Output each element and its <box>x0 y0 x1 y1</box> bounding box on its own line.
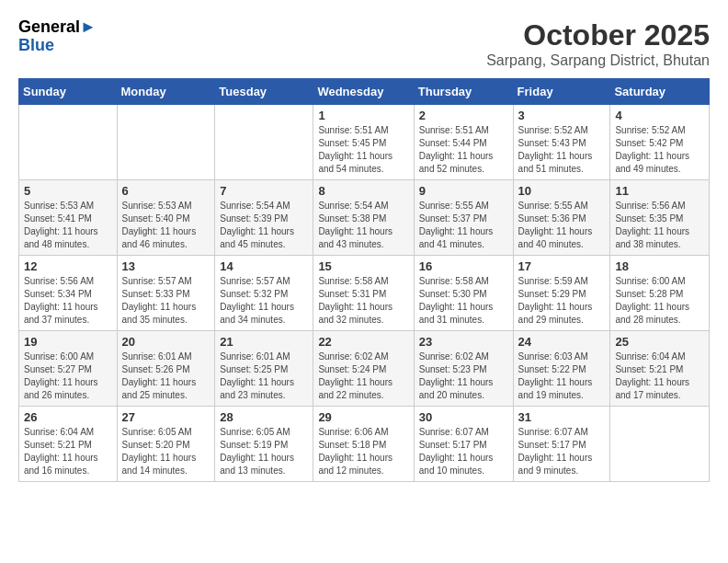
page-title: October 2025 <box>486 18 710 52</box>
logo-icon-shape: ► <box>80 17 97 36</box>
day-number: 26 <box>24 410 112 424</box>
day-number: 24 <box>518 335 606 349</box>
calendar-cell: 28 Sunrise: 6:05 AM Sunset: 5:19 PM Dayl… <box>215 407 313 482</box>
day-info: Sunrise: 6:02 AM Sunset: 5:24 PM Dayligh… <box>318 350 408 402</box>
page-header: General► Blue October 2025 Sarpang, Sarp… <box>18 18 710 69</box>
calendar-cell: 27 Sunrise: 6:05 AM Sunset: 5:20 PM Dayl… <box>117 407 215 482</box>
calendar-cell: 21 Sunrise: 6:01 AM Sunset: 5:25 PM Dayl… <box>215 331 313 407</box>
day-number: 30 <box>419 410 508 424</box>
day-number: 28 <box>220 410 308 424</box>
day-info: Sunrise: 5:55 AM Sunset: 5:36 PM Dayligh… <box>518 200 606 251</box>
day-info: Sunrise: 6:07 AM Sunset: 5:17 PM Dayligh… <box>419 426 508 477</box>
day-info: Sunrise: 5:56 AM Sunset: 5:34 PM Dayligh… <box>24 275 112 327</box>
weekday-header: Saturday <box>610 79 710 105</box>
calendar-cell: 7 Sunrise: 5:54 AM Sunset: 5:39 PM Dayli… <box>215 180 313 256</box>
day-info: Sunrise: 6:02 AM Sunset: 5:23 PM Dayligh… <box>419 350 508 402</box>
day-info: Sunrise: 5:51 AM Sunset: 5:45 PM Dayligh… <box>318 124 408 176</box>
calendar-cell: 25 Sunrise: 6:04 AM Sunset: 5:21 PM Dayl… <box>610 331 710 407</box>
calendar-cell: 15 Sunrise: 5:58 AM Sunset: 5:31 PM Dayl… <box>313 256 414 331</box>
day-number: 23 <box>419 335 508 349</box>
day-info: Sunrise: 5:52 AM Sunset: 5:43 PM Dayligh… <box>518 124 606 176</box>
day-number: 13 <box>122 259 210 273</box>
day-number: 7 <box>220 184 308 198</box>
calendar-week-row: 19 Sunrise: 6:00 AM Sunset: 5:27 PM Dayl… <box>19 331 710 407</box>
day-info: Sunrise: 6:00 AM Sunset: 5:27 PM Dayligh… <box>24 350 112 402</box>
day-number: 27 <box>122 410 210 424</box>
weekday-header: Friday <box>513 79 610 105</box>
page-subtitle: Sarpang, Sarpang District, Bhutan <box>486 52 710 69</box>
calendar-cell: 16 Sunrise: 5:58 AM Sunset: 5:30 PM Dayl… <box>414 256 513 331</box>
day-number: 10 <box>518 184 606 198</box>
weekday-header: Wednesday <box>313 79 414 105</box>
day-number: 8 <box>318 184 408 198</box>
day-number: 5 <box>24 184 112 198</box>
day-info: Sunrise: 6:00 AM Sunset: 5:28 PM Dayligh… <box>615 275 704 327</box>
calendar-cell: 6 Sunrise: 5:53 AM Sunset: 5:40 PM Dayli… <box>117 180 215 256</box>
calendar-cell: 26 Sunrise: 6:04 AM Sunset: 5:21 PM Dayl… <box>19 407 118 482</box>
day-info: Sunrise: 5:57 AM Sunset: 5:32 PM Dayligh… <box>220 275 308 327</box>
calendar-cell: 1 Sunrise: 5:51 AM Sunset: 5:45 PM Dayli… <box>313 105 414 180</box>
calendar-cell: 24 Sunrise: 6:03 AM Sunset: 5:22 PM Dayl… <box>513 331 610 407</box>
day-info: Sunrise: 6:07 AM Sunset: 5:17 PM Dayligh… <box>518 426 606 477</box>
logo: General► Blue <box>18 18 97 55</box>
day-info: Sunrise: 6:04 AM Sunset: 5:21 PM Dayligh… <box>24 426 112 477</box>
day-info: Sunrise: 6:03 AM Sunset: 5:22 PM Dayligh… <box>518 350 606 402</box>
weekday-header: Sunday <box>19 79 118 105</box>
day-info: Sunrise: 5:54 AM Sunset: 5:39 PM Dayligh… <box>220 200 308 251</box>
calendar-cell: 2 Sunrise: 5:51 AM Sunset: 5:44 PM Dayli… <box>414 105 513 180</box>
day-number: 21 <box>220 335 308 349</box>
day-info: Sunrise: 6:01 AM Sunset: 5:25 PM Dayligh… <box>220 350 308 402</box>
calendar-cell: 20 Sunrise: 6:01 AM Sunset: 5:26 PM Dayl… <box>117 331 215 407</box>
day-number: 16 <box>419 259 508 273</box>
day-number: 17 <box>518 259 606 273</box>
weekday-header: Tuesday <box>215 79 313 105</box>
day-number: 6 <box>122 184 210 198</box>
calendar-week-row: 5 Sunrise: 5:53 AM Sunset: 5:41 PM Dayli… <box>19 180 710 256</box>
weekday-row: SundayMondayTuesdayWednesdayThursdayFrid… <box>19 79 710 105</box>
calendar-cell <box>610 407 710 482</box>
calendar-cell: 4 Sunrise: 5:52 AM Sunset: 5:42 PM Dayli… <box>610 105 710 180</box>
calendar-body: 1 Sunrise: 5:51 AM Sunset: 5:45 PM Dayli… <box>19 105 710 482</box>
calendar-cell: 23 Sunrise: 6:02 AM Sunset: 5:23 PM Dayl… <box>414 331 513 407</box>
day-info: Sunrise: 5:59 AM Sunset: 5:29 PM Dayligh… <box>518 275 606 327</box>
calendar-cell <box>117 105 215 180</box>
title-area: October 2025 Sarpang, Sarpang District, … <box>486 18 710 69</box>
calendar-cell: 17 Sunrise: 5:59 AM Sunset: 5:29 PM Dayl… <box>513 256 610 331</box>
calendar-cell: 29 Sunrise: 6:06 AM Sunset: 5:18 PM Dayl… <box>313 407 414 482</box>
logo-blue-text: Blue <box>18 37 97 55</box>
calendar-week-row: 12 Sunrise: 5:56 AM Sunset: 5:34 PM Dayl… <box>19 256 710 331</box>
day-number: 1 <box>318 109 408 122</box>
calendar-cell <box>19 105 118 180</box>
day-info: Sunrise: 6:05 AM Sunset: 5:20 PM Dayligh… <box>122 426 210 477</box>
day-number: 3 <box>518 109 606 122</box>
day-number: 25 <box>615 335 704 349</box>
calendar-cell: 30 Sunrise: 6:07 AM Sunset: 5:17 PM Dayl… <box>414 407 513 482</box>
day-info: Sunrise: 6:04 AM Sunset: 5:21 PM Dayligh… <box>615 350 704 402</box>
day-info: Sunrise: 6:05 AM Sunset: 5:19 PM Dayligh… <box>220 426 308 477</box>
calendar-cell: 3 Sunrise: 5:52 AM Sunset: 5:43 PM Dayli… <box>513 105 610 180</box>
calendar-cell: 11 Sunrise: 5:56 AM Sunset: 5:35 PM Dayl… <box>610 180 710 256</box>
weekday-header: Thursday <box>414 79 513 105</box>
calendar-cell: 13 Sunrise: 5:57 AM Sunset: 5:33 PM Dayl… <box>117 256 215 331</box>
day-info: Sunrise: 5:58 AM Sunset: 5:30 PM Dayligh… <box>419 275 508 327</box>
day-info: Sunrise: 5:51 AM Sunset: 5:44 PM Dayligh… <box>419 124 508 176</box>
calendar-cell: 5 Sunrise: 5:53 AM Sunset: 5:41 PM Dayli… <box>19 180 118 256</box>
calendar-cell: 10 Sunrise: 5:55 AM Sunset: 5:36 PM Dayl… <box>513 180 610 256</box>
calendar-cell: 19 Sunrise: 6:00 AM Sunset: 5:27 PM Dayl… <box>19 331 118 407</box>
calendar-cell: 8 Sunrise: 5:54 AM Sunset: 5:38 PM Dayli… <box>313 180 414 256</box>
day-number: 11 <box>615 184 704 198</box>
day-info: Sunrise: 5:53 AM Sunset: 5:40 PM Dayligh… <box>122 200 210 251</box>
day-number: 9 <box>419 184 508 198</box>
logo-general: General► <box>18 18 97 37</box>
day-info: Sunrise: 6:01 AM Sunset: 5:26 PM Dayligh… <box>122 350 210 402</box>
calendar-header: SundayMondayTuesdayWednesdayThursdayFrid… <box>19 79 710 105</box>
day-number: 29 <box>318 410 408 424</box>
calendar-cell <box>215 105 313 180</box>
day-number: 15 <box>318 259 408 273</box>
calendar-cell: 22 Sunrise: 6:02 AM Sunset: 5:24 PM Dayl… <box>313 331 414 407</box>
weekday-header: Monday <box>117 79 215 105</box>
day-number: 14 <box>220 259 308 273</box>
day-number: 20 <box>122 335 210 349</box>
day-info: Sunrise: 5:56 AM Sunset: 5:35 PM Dayligh… <box>615 200 704 251</box>
day-info: Sunrise: 5:57 AM Sunset: 5:33 PM Dayligh… <box>122 275 210 327</box>
